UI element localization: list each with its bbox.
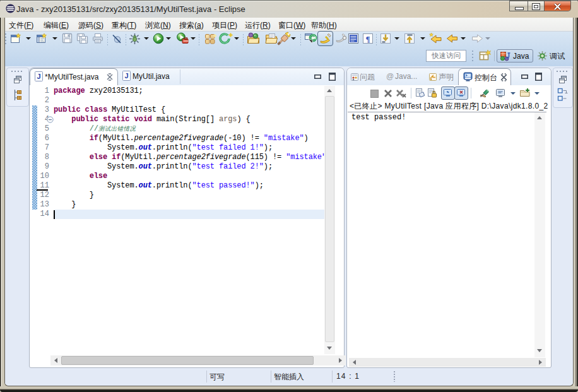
svg-text:J: J (124, 72, 128, 80)
svg-text:¶: ¶ (365, 34, 370, 44)
svg-text:J: J (37, 73, 40, 80)
